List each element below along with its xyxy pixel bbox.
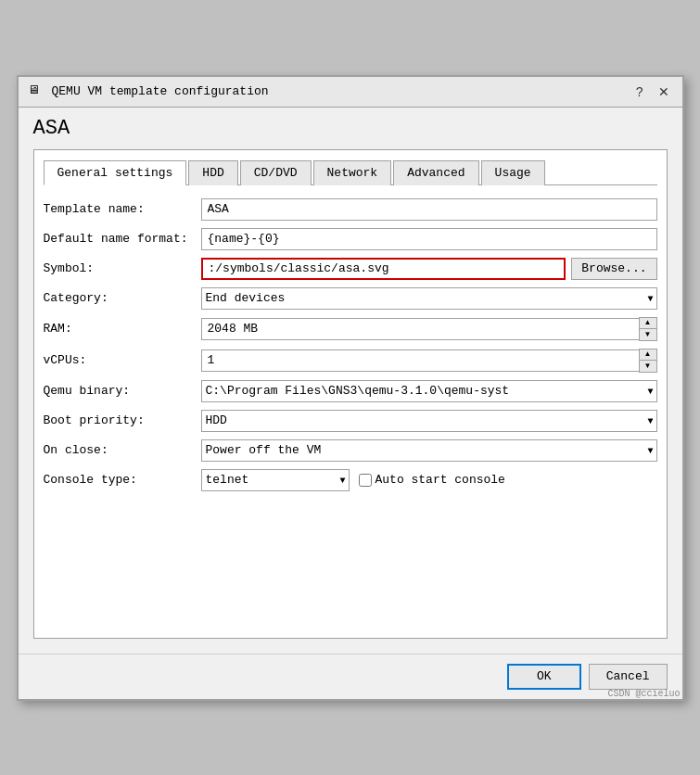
- on-close-row: On close: Power off the VM Send shutdown…: [44, 439, 657, 462]
- dialog-body: ASA General settings HDD CD/DVD Network …: [19, 108, 682, 654]
- title-bar: 🖥 QEMU VM template configuration ? ✕: [19, 77, 682, 108]
- vcpus-input[interactable]: [201, 349, 639, 372]
- auto-start-text: Auto start console: [375, 473, 505, 487]
- auto-start-label[interactable]: Auto start console: [359, 473, 505, 487]
- ram-row: RAM: ▲ ▼: [44, 317, 657, 341]
- tab-general[interactable]: General settings: [44, 160, 187, 185]
- title-bar-left: 🖥 QEMU VM template configuration: [28, 83, 269, 100]
- symbol-control: Browse...: [201, 258, 657, 280]
- ram-up-btn[interactable]: ▲: [640, 318, 656, 329]
- console-type-control: telnet vnc spice none Auto start console: [201, 469, 657, 491]
- title-bar-text: QEMU VM template configuration: [52, 84, 269, 98]
- symbol-label: Symbol:: [44, 261, 201, 275]
- ram-control: ▲ ▼: [201, 317, 657, 341]
- content-area: General settings HDD CD/DVD Network Adva…: [33, 149, 668, 639]
- default-name-format-control: [201, 228, 657, 250]
- qemu-binary-row: Qemu binary: C:\Program Files\GNS3\qemu-…: [44, 380, 657, 402]
- default-name-format-label: Default name format:: [44, 232, 201, 246]
- vcpus-up-btn[interactable]: ▲: [640, 349, 656, 361]
- on-close-select-wrapper: Power off the VM Send shutdown signal De…: [201, 439, 657, 462]
- vcpus-spinner: ▲ ▼: [201, 349, 657, 373]
- empty-area: [44, 499, 657, 629]
- category-control: End devices Routers Switches Security de…: [201, 287, 657, 310]
- dialog-footer: OK Cancel: [19, 654, 682, 699]
- ram-spinner-btns: ▲ ▼: [639, 317, 657, 341]
- browse-button[interactable]: Browse...: [571, 258, 656, 280]
- boot-priority-select-wrapper: HDD CD/DVD Network: [201, 410, 657, 432]
- boot-priority-row: Boot priority: HDD CD/DVD Network: [44, 410, 657, 432]
- auto-start-checkbox[interactable]: [359, 474, 372, 487]
- qemu-binary-select-wrapper: C:\Program Files\GNS3\qemu-3.1.0\qemu-sy…: [201, 380, 657, 402]
- on-close-label: On close:: [44, 443, 201, 457]
- boot-priority-label: Boot priority:: [44, 413, 201, 427]
- category-label: Category:: [44, 291, 201, 305]
- ram-label: RAM:: [44, 322, 201, 336]
- default-name-format-row: Default name format:: [44, 228, 657, 250]
- title-bar-controls: ? ✕: [632, 83, 673, 101]
- cancel-button[interactable]: Cancel: [589, 664, 668, 690]
- console-type-label: Console type:: [44, 473, 201, 487]
- close-button[interactable]: ✕: [655, 83, 673, 101]
- vcpus-spinner-btns: ▲ ▼: [639, 349, 657, 373]
- vcpus-down-btn[interactable]: ▼: [640, 361, 656, 372]
- template-name-row: Template name:: [44, 198, 657, 221]
- on-close-select[interactable]: Power off the VM Send shutdown signal De…: [201, 439, 657, 462]
- help-button[interactable]: ?: [632, 83, 647, 101]
- watermark: CSDN @ccieluo: [607, 689, 680, 699]
- console-type-row: Console type: telnet vnc spice none: [44, 469, 657, 491]
- category-select[interactable]: End devices Routers Switches Security de…: [201, 287, 657, 310]
- on-close-control: Power off the VM Send shutdown signal De…: [201, 439, 657, 462]
- tabs: General settings HDD CD/DVD Network Adva…: [44, 159, 657, 185]
- app-icon: 🖥: [28, 83, 45, 100]
- ok-button[interactable]: OK: [507, 664, 581, 690]
- tab-network[interactable]: Network: [313, 160, 392, 185]
- ram-input[interactable]: [201, 318, 639, 340]
- vcpus-control: ▲ ▼: [201, 349, 657, 373]
- boot-priority-control: HDD CD/DVD Network: [201, 410, 657, 432]
- section-title: ASA: [33, 117, 668, 140]
- vcpus-label: vCPUs:: [44, 353, 201, 367]
- tab-usage[interactable]: Usage: [481, 160, 545, 185]
- category-row: Category: End devices Routers Switches S…: [44, 287, 657, 310]
- qemu-binary-select[interactable]: C:\Program Files\GNS3\qemu-3.1.0\qemu-sy…: [201, 380, 657, 402]
- qemu-binary-control: C:\Program Files\GNS3\qemu-3.1.0\qemu-sy…: [201, 380, 657, 402]
- template-name-control: [201, 198, 657, 221]
- console-select-wrapper: telnet vnc spice none: [201, 469, 350, 491]
- symbol-input[interactable]: [201, 258, 566, 280]
- default-name-format-input[interactable]: [201, 228, 657, 250]
- qemu-binary-label: Qemu binary:: [44, 384, 201, 398]
- vcpus-row: vCPUs: ▲ ▼: [44, 349, 657, 373]
- boot-priority-select[interactable]: HDD CD/DVD Network: [201, 410, 657, 432]
- template-name-label: Template name:: [44, 202, 201, 216]
- ram-spinner: ▲ ▼: [201, 317, 657, 341]
- tab-cddvd[interactable]: CD/DVD: [240, 160, 312, 185]
- tab-advanced[interactable]: Advanced: [393, 160, 478, 185]
- dialog: 🖥 QEMU VM template configuration ? ✕ ASA…: [17, 75, 684, 701]
- category-select-wrapper: End devices Routers Switches Security de…: [201, 287, 657, 310]
- console-type-select[interactable]: telnet vnc spice none: [201, 469, 350, 491]
- ram-down-btn[interactable]: ▼: [640, 329, 656, 340]
- template-name-input[interactable]: [201, 198, 657, 221]
- tab-hdd[interactable]: HDD: [188, 160, 237, 185]
- symbol-row: Symbol: Browse...: [44, 258, 657, 280]
